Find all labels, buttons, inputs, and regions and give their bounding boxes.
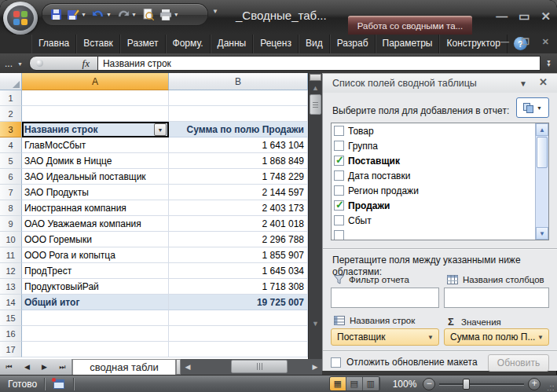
- row-header[interactable]: 17: [0, 342, 22, 357]
- horizontal-scrollbar[interactable]: ◀ ▶: [181, 359, 322, 375]
- ribbon-tab[interactable]: Вид: [299, 35, 330, 53]
- ribbon-tab[interactable]: Главна: [31, 35, 76, 53]
- field-list-item[interactable]: Товар: [332, 123, 548, 138]
- horizontal-scroll-thumb[interactable]: [231, 360, 288, 373]
- defer-layout-checkbox[interactable]: [331, 357, 341, 368]
- print-button[interactable]: ▼: [158, 7, 181, 23]
- field-list-item[interactable]: Регион продажи: [332, 183, 548, 198]
- split-handle[interactable]: [310, 74, 321, 81]
- cell-b1[interactable]: [169, 90, 308, 106]
- cell-b10[interactable]: 2 296 788: [169, 232, 308, 247]
- field-list-item[interactable]: Дата поставки: [332, 168, 548, 183]
- cell-a15[interactable]: [22, 310, 169, 326]
- customize-qat-icon[interactable]: ▼: [212, 8, 218, 15]
- field-list-item[interactable]: Поставщик: [332, 153, 548, 168]
- row-header[interactable]: 8: [0, 200, 22, 216]
- resize-grip[interactable]: ∙∙∙∙∙: [547, 384, 555, 392]
- cell-a14[interactable]: Общий итог: [22, 295, 169, 310]
- field-scroll-up-icon[interactable]: ▲: [536, 123, 548, 136]
- cell-a8[interactable]: Иностранная компания: [22, 200, 169, 216]
- vertical-scroll-thumb[interactable]: [310, 94, 321, 115]
- field-checkbox[interactable]: [334, 185, 344, 196]
- field-checkbox[interactable]: [334, 156, 344, 166]
- field-checkbox[interactable]: [334, 170, 344, 181]
- field-scroll-down-icon[interactable]: ▼: [536, 227, 548, 240]
- first-sheet-icon[interactable]: ⏮: [6, 363, 13, 372]
- redo-button[interactable]: ▼: [115, 7, 138, 23]
- formula-input[interactable]: Названия строк: [98, 56, 541, 71]
- zoom-track[interactable]: [439, 383, 524, 385]
- columns-area-dropzone[interactable]: [444, 288, 549, 308]
- cell-b6[interactable]: 1 748 229: [169, 169, 308, 185]
- row-header[interactable]: 3: [0, 122, 22, 137]
- row-header[interactable]: 6: [0, 169, 22, 185]
- name-box-dropdown-icon[interactable]: ▼: [17, 61, 23, 67]
- pane-layout-button[interactable]: ▼: [516, 97, 549, 118]
- select-all-corner[interactable]: [0, 73, 22, 90]
- insert-function-button[interactable]: fx: [82, 57, 90, 70]
- cell-a7[interactable]: ЗАО Продукты: [22, 185, 169, 200]
- cell-a4[interactable]: ГлавМосСбыт: [22, 137, 169, 153]
- minimize-button[interactable]: —: [496, 9, 508, 24]
- cell-a6[interactable]: ЗАО Идеальный поставщик: [22, 169, 169, 185]
- cell-a11[interactable]: ООО Рога и копытца: [22, 247, 169, 263]
- cell-a17[interactable]: [22, 342, 169, 357]
- zoom-level[interactable]: 100%: [393, 379, 417, 390]
- row-header[interactable]: 1: [0, 90, 22, 106]
- ribbon-tab[interactable]: Вставк: [76, 35, 120, 53]
- row-header[interactable]: 4: [0, 137, 22, 153]
- pane-menu-icon[interactable]: ▼: [519, 79, 527, 88]
- column-header-a[interactable]: A: [22, 73, 169, 90]
- workbook-restore-button[interactable]: ❐: [522, 37, 530, 47]
- row-header[interactable]: 11: [0, 247, 22, 263]
- field-checkbox[interactable]: [334, 200, 344, 211]
- zoom-in-button[interactable]: +: [528, 378, 541, 390]
- row-header[interactable]: 12: [0, 263, 22, 279]
- column-header-b[interactable]: B: [169, 73, 308, 90]
- field-checkbox[interactable]: [334, 141, 344, 151]
- row-header[interactable]: 13: [0, 279, 22, 295]
- pivot-filter-dropdown-icon[interactable]: ▼: [154, 123, 167, 136]
- cell-b14[interactable]: 19 725 007: [169, 295, 308, 310]
- cell-b8[interactable]: 2 403 173: [169, 200, 308, 216]
- restore-button[interactable]: ▭: [519, 9, 530, 24]
- values-field-button[interactable]: Сумма по полю П... ▼: [444, 328, 549, 346]
- cell-b17[interactable]: [169, 342, 308, 357]
- filter-area-dropzone[interactable]: [331, 288, 439, 308]
- next-sheet-icon[interactable]: ▶: [42, 363, 47, 371]
- prev-sheet-icon[interactable]: ◀: [24, 363, 30, 371]
- scroll-down-icon[interactable]: ▼: [309, 317, 322, 330]
- cell-b9[interactable]: 2 401 018: [169, 216, 308, 232]
- row-header[interactable]: 14: [0, 295, 22, 310]
- ribbon-tab[interactable]: Форму.: [166, 35, 211, 53]
- row-header[interactable]: 10: [0, 232, 22, 247]
- zoom-out-button[interactable]: −: [423, 378, 435, 390]
- vertical-scrollbar[interactable]: ▲ ▼: [308, 73, 322, 359]
- page-break-view-button[interactable]: ▥: [363, 377, 379, 390]
- ribbon-tab[interactable]: Данны: [211, 35, 254, 53]
- cell-b13[interactable]: 1 718 308: [169, 279, 308, 295]
- rows-field-button[interactable]: Поставщик ▼: [331, 328, 439, 346]
- row-header[interactable]: 15: [0, 310, 22, 326]
- normal-view-button[interactable]: ▦: [330, 377, 346, 390]
- cell-a9[interactable]: ОАО Уважаемая компания: [22, 216, 169, 232]
- cell-b4[interactable]: 1 643 104: [169, 137, 308, 153]
- field-checkbox[interactable]: [334, 215, 344, 225]
- cell-b3[interactable]: Сумма по полю Продажи: [169, 122, 308, 137]
- workbook-minimize-button[interactable]: —: [500, 37, 509, 47]
- cell-a13[interactable]: ПродуктовыйРай: [22, 279, 169, 295]
- scroll-left-icon[interactable]: ◀: [181, 363, 195, 371]
- cell-a12[interactable]: ПродТрест: [22, 263, 169, 279]
- pane-close-icon[interactable]: ✕: [539, 76, 548, 88]
- field-list-scrollbar[interactable]: ▲ ▼: [535, 123, 548, 240]
- undo-button[interactable]: ▼: [90, 7, 113, 23]
- ribbon-tab[interactable]: Размет: [120, 35, 166, 53]
- workbook-close-button[interactable]: ✕: [542, 37, 549, 47]
- cell-a2[interactable]: [22, 106, 169, 122]
- cell-b16[interactable]: [169, 326, 308, 342]
- sheet-tab-active[interactable]: сводная табли: [72, 359, 176, 375]
- field-scroll-thumb[interactable]: [537, 137, 548, 168]
- row-header[interactable]: 7: [0, 185, 22, 200]
- page-layout-view-button[interactable]: ▤: [346, 377, 363, 390]
- field-list-item[interactable]: [332, 228, 548, 240]
